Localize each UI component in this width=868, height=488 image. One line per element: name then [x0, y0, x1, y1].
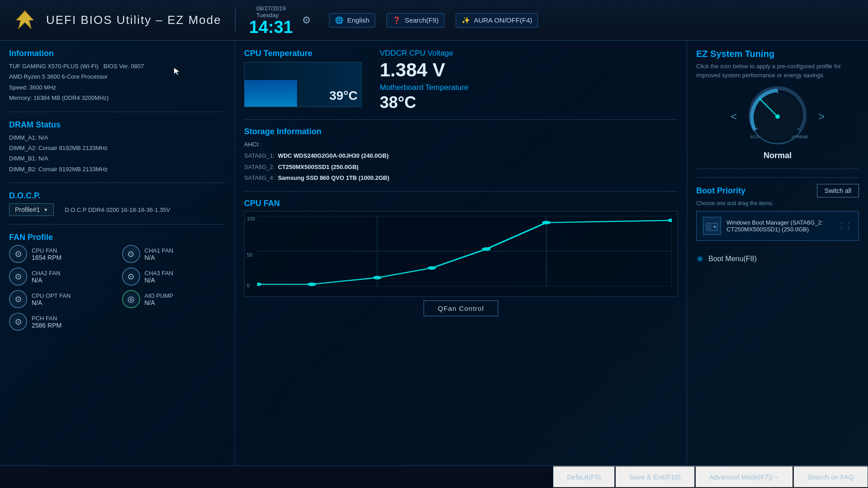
mb-temp-value: 38°C [380, 93, 678, 112]
fan-curve-svg: 30 70 100 °C [257, 216, 672, 286]
aio-pump-icon: ◎ [122, 290, 140, 308]
dimm-b2: DIMM_B2: Corsair 8192MB 2133MHz [9, 164, 226, 174]
ez-tuning-description: Click the icon below to apply a pre-conf… [696, 62, 859, 80]
app-title: UEFI BIOS Utility – EZ Mode [46, 13, 222, 27]
tuning-prev-button[interactable]: < [731, 110, 737, 123]
cha1-fan-name: CHA1 FAN [145, 247, 174, 254]
cha2-fan-info: CHA2 FAN N/A [32, 270, 61, 284]
pch-fan-rpm: 2586 RPM [32, 322, 61, 329]
dimm-b1: DIMM_B1: N/A [9, 153, 226, 164]
header-divider [235, 9, 236, 32]
svg-point-27 [713, 225, 716, 228]
divider-3 [9, 224, 226, 225]
divider-m1 [244, 119, 678, 120]
switch-all-button[interactable]: Switch all [817, 184, 859, 197]
storage-drive-2: SATA6G_4: Samsung SSD 860 QVO 1TB (1000.… [244, 173, 678, 184]
cha3-fan-rpm: N/A [145, 277, 174, 284]
qfan-control-button[interactable]: QFan Control [424, 300, 498, 316]
dimm-a2: DIMM_A2: Corsair 8192MB 2133MHz [9, 143, 226, 153]
storage-section: Storage Information AHCI: SATA6G_1: WDC … [244, 127, 678, 184]
tuning-next-button[interactable]: > [818, 110, 825, 123]
boot-item-info-0: Windows Boot Manager (SATA6G_2: CT250MX5… [726, 219, 832, 233]
cpu-opt-fan-rpm: N/A [32, 299, 71, 306]
tuning-gauge[interactable]: ECO XTREME [746, 85, 809, 148]
boot-priority-description: Choose one and drag the items. [696, 200, 859, 206]
svg-point-10 [482, 247, 491, 251]
cha2-fan-rpm: N/A [32, 277, 61, 284]
boot-priority-title: Boot Priority [696, 186, 745, 196]
date-display: 08/27/2019Tuesday [256, 5, 286, 19]
svg-point-12 [667, 219, 672, 222]
svg-point-20 [775, 114, 780, 119]
cha1-fan-icon: ⊙ [122, 245, 140, 263]
cha3-fan-info: CHA3 FAN N/A [145, 270, 174, 284]
cha3-fan-name: CHA3 FAN [145, 270, 174, 277]
svg-point-9 [427, 266, 436, 270]
vddcr-value: 1.384 V [380, 60, 678, 80]
cha1-fan-rpm: N/A [145, 254, 174, 261]
dram-title: DRAM Status [9, 120, 226, 130]
main-container: UEFI BIOS Utility – EZ Mode 08/27/2019Tu… [0, 0, 868, 488]
drag-handle-icon: ⋮⋮ [838, 222, 852, 230]
information-section: Information TUF GAMING X570-PLUS (WI-FI)… [9, 49, 226, 103]
cpu-temp-value: 39°C [329, 89, 358, 103]
dram-section: DRAM Status DIMM_A1: N/A DIMM_A2: Corsai… [9, 120, 226, 175]
boot-priority-header: Boot Priority Switch all [696, 184, 859, 197]
language-button[interactable]: 🌐 English [329, 13, 375, 28]
content-area: Information TUF GAMING X570-PLUS (WI-FI)… [0, 41, 868, 465]
asus-logo-icon [9, 5, 41, 36]
board-info: TUF GAMING X570-PLUS (WI-FI) BIOS Ver. 0… [9, 61, 226, 71]
gauge-svg: ECO XTREME [746, 85, 809, 148]
svg-point-11 [542, 221, 551, 225]
boot-item-icon-0 [703, 217, 721, 235]
storage-drive-0: SATA6G_1: WDC WDS240G2G0A-00JH30 (240.0G… [244, 150, 678, 162]
cpu-opt-fan-name: CPU OPT FAN [32, 292, 71, 299]
bottom-bar: Default(F5) Save & Exit(F10) Advanced Mo… [0, 465, 868, 488]
logo-area: UEFI BIOS Utility – EZ Mode [9, 5, 222, 36]
star-icon: ✳ [696, 253, 704, 264]
settings-icon[interactable]: ⚙ [302, 14, 311, 26]
cpu-fan-chart-title: CPU FAN [244, 199, 678, 208]
cpu-temp-title: CPU Temperature [244, 49, 371, 58]
vddcr-section: VDDCR CPU Voltage 1.384 V Motherboard Te… [380, 49, 678, 112]
cpu-opt-fan-item: ⊙ CPU OPT FAN N/A [9, 290, 113, 308]
dropdown-icon: ▼ [43, 207, 48, 212]
advanced-mode-button[interactable]: Advanced Mode(F7)|→ [695, 466, 794, 488]
information-title: Information [9, 49, 226, 58]
tuning-gauge-area: < [696, 85, 859, 148]
cpu-fan-info: CPU FAN 1654 RPM [32, 247, 61, 261]
cpu-opt-fan-info: CPU OPT FAN N/A [32, 292, 71, 306]
chart-y-100: 100 [247, 216, 255, 221]
cpu-fan-rpm: 1654 RPM [32, 254, 61, 261]
storage-title: Storage Information [244, 127, 678, 136]
pch-fan-item: ⊙ PCH FAN 2586 RPM [9, 313, 113, 331]
pch-fan-info: PCH FAN 2586 RPM [32, 315, 61, 329]
search-button[interactable]: ❓ Search(F9) [387, 13, 444, 28]
save-exit-button[interactable]: Save & Exit(F10) [615, 466, 695, 488]
default-button[interactable]: Default(F5) [553, 466, 615, 488]
storage-drive-1: SATA6G_2: CT250MX500SSD1 (250.0GB) [244, 162, 678, 173]
search-faq-button[interactable]: Search on FAQ [793, 466, 868, 488]
divider-1 [9, 112, 226, 112]
aura-button[interactable]: ✨ AURA ON/OFF(F4) [456, 13, 538, 28]
tuning-profile-label: Normal [696, 151, 859, 160]
middle-panel: CPU Temperature 39°C VDDCR CPU Voltage 1… [235, 41, 687, 465]
mb-temp-title: Motherboard Temperature [380, 83, 678, 92]
cpu-opt-fan-icon: ⊙ [9, 290, 27, 308]
boot-item-0[interactable]: Windows Boot Manager (SATA6G_2: CT250MX5… [696, 211, 859, 241]
storage-list: AHCI: SATA6G_1: WDC WDS240G2G0A-00JH30 (… [244, 139, 678, 184]
header-controls: 🌐 English ❓ Search(F9) ✨ AURA ON/OFF(F4) [329, 13, 538, 28]
cha2-fan-name: CHA2 FAN [32, 270, 61, 277]
boot-priority-section: Boot Priority Switch all Choose one and … [696, 177, 859, 264]
boot-menu-button[interactable]: ✳ Boot Menu(F8) [696, 253, 859, 264]
divider-2 [9, 183, 226, 183]
cpu-info: AMD Ryzen 5 3600 6-Core Processor [9, 71, 226, 82]
docp-profile-select[interactable]: Profile#1 ▼ [9, 203, 54, 216]
storage-protocol: AHCI: [244, 139, 678, 150]
cha2-fan-item: ⊙ CHA2 FAN N/A [9, 267, 113, 286]
chart-y-50: 50 [247, 252, 252, 258]
hdd-icon [706, 220, 718, 232]
left-panel: Information TUF GAMING X570-PLUS (WI-FI)… [0, 41, 235, 465]
cha1-fan-info: CHA1 FAN N/A [145, 247, 174, 261]
memory-info: Memory: 16384 MB (DDR4 3200MHz) [9, 93, 226, 103]
